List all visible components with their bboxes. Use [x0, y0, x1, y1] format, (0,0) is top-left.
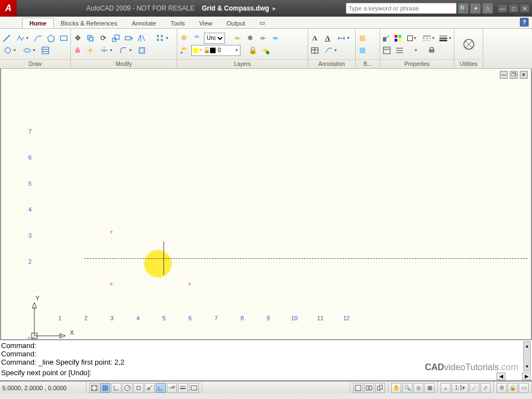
app-logo[interactable]: A	[0, 0, 17, 17]
lineweight-select[interactable]: ▼	[438, 33, 453, 44]
cmd-scroll-left[interactable]: ◀	[497, 372, 505, 380]
polar-toggle[interactable]	[122, 383, 132, 393]
fillet-tool[interactable]: ▼	[117, 45, 135, 56]
linetype-select[interactable]: ▼	[421, 33, 436, 44]
anno-scale-value[interactable]: 1:1▾	[452, 383, 468, 393]
tab-annotate[interactable]: Annotate	[125, 18, 163, 28]
hatch-tool[interactable]	[40, 45, 51, 56]
workspace-switch[interactable]: ⚙	[497, 383, 507, 393]
layer-freeze-icon[interactable]: ❄	[244, 33, 255, 44]
svg-rect-5	[42, 47, 49, 54]
layer-filter-select[interactable]: Unsa	[204, 33, 225, 44]
ellipse-tool[interactable]: ▼	[21, 45, 38, 56]
tab-collapse[interactable]: ▭	[252, 17, 272, 28]
layer-iso-icon[interactable]	[232, 33, 243, 44]
move-tool[interactable]: ✥	[72, 33, 83, 44]
array-tool[interactable]: ▼	[154, 33, 171, 44]
minimize-button[interactable]: —	[498, 4, 508, 13]
trim-tool[interactable]: ▼	[98, 45, 115, 56]
search-input[interactable]	[346, 3, 457, 14]
toolbar-lock[interactable]: 🔒	[508, 383, 518, 393]
close-button[interactable]: ✕	[520, 4, 530, 13]
cmd-scroll-right[interactable]: ▶	[522, 372, 531, 380]
command-window[interactable]: Command: Command: Command: _line Specify…	[0, 339, 532, 381]
tab-blocks[interactable]: Blocks & References	[54, 18, 125, 28]
match-properties-icon[interactable]	[381, 33, 391, 44]
layer-lock-icon[interactable]: 🔒	[247, 45, 258, 56]
layer-prev-icon[interactable]	[178, 45, 190, 56]
quick-view-layouts[interactable]	[364, 383, 374, 393]
title-bar: A AutoCAD 2009 - NOT FOR RESALE Grid & C…	[0, 0, 532, 17]
polygon-tool[interactable]	[45, 33, 57, 44]
leader-tool[interactable]: ▼	[322, 45, 340, 56]
scale-tool[interactable]	[110, 33, 121, 44]
cmd-scrollbar[interactable]: ▲ ▼	[523, 341, 531, 371]
polyline-tool[interactable]: ▼	[14, 33, 32, 44]
layer-states-icon[interactable]	[191, 33, 202, 44]
offset-tool[interactable]	[136, 45, 147, 56]
pan-tool[interactable]: ✋	[391, 383, 401, 393]
plotstyle-select[interactable]: ▼	[407, 45, 424, 56]
anno-autoscale[interactable]: ⤢	[480, 383, 490, 393]
steering-wheel[interactable]: ◎	[413, 383, 423, 393]
circle-tool[interactable]: ▼	[1, 45, 19, 56]
ducs-toggle[interactable]	[156, 383, 166, 393]
anno-visibility[interactable]: ☄	[469, 383, 479, 393]
layer-match-icon[interactable]	[270, 33, 281, 44]
help-icon[interactable]: ?	[520, 18, 529, 27]
dyn-toggle[interactable]	[167, 383, 177, 393]
svg-rect-13	[157, 35, 159, 37]
color-select[interactable]	[393, 33, 403, 44]
lwt-toggle[interactable]	[178, 383, 188, 393]
mtext-tool[interactable]: A	[322, 33, 333, 44]
dimension-tool[interactable]: ▼	[335, 33, 352, 44]
clean-screen[interactable]: ▭	[519, 383, 529, 393]
layer-properties-icon[interactable]	[178, 33, 190, 44]
insert-block-icon[interactable]	[357, 33, 368, 44]
create-block-icon[interactable]	[357, 45, 368, 56]
showmotion[interactable]: ▦	[424, 383, 434, 393]
tab-tools[interactable]: Tools	[163, 18, 192, 28]
rectangle-tool[interactable]	[58, 33, 69, 44]
tab-output[interactable]: Output	[219, 18, 252, 28]
osnap-toggle[interactable]	[134, 383, 144, 393]
stretch-tool[interactable]	[123, 33, 134, 44]
layer-make-current-icon[interactable]	[260, 45, 271, 56]
zoom-tool[interactable]: 🔍	[402, 383, 412, 393]
status-coords[interactable]: 5.0000, 2.0000 , 0.0000	[0, 382, 86, 393]
print-icon[interactable]	[426, 45, 437, 56]
svg-rect-36	[398, 39, 401, 42]
line-tool[interactable]	[1, 33, 12, 44]
infocenter-icon[interactable]: ✦	[470, 3, 481, 14]
list-icon[interactable]	[394, 45, 405, 56]
rotate-tool[interactable]: ⟳	[98, 33, 109, 44]
status-nav-controls: ✋ 🔍 ◎ ▦	[388, 382, 438, 393]
status-tray: ⚙ 🔒 ▭	[494, 382, 532, 393]
snap-toggle[interactable]	[89, 383, 99, 393]
bylayer-color[interactable]: ▼	[405, 33, 420, 44]
properties-palette-icon[interactable]	[381, 45, 392, 56]
arc-tool[interactable]	[33, 33, 44, 44]
grid-toggle[interactable]	[100, 383, 110, 393]
ortho-toggle[interactable]	[111, 383, 121, 393]
layer-off-icon[interactable]	[257, 33, 268, 44]
favorites-icon[interactable]: ☆	[482, 3, 493, 14]
anno-scale-icon[interactable]: ⟁	[441, 383, 451, 393]
tab-view[interactable]: View	[192, 18, 219, 28]
model-space-toggle[interactable]	[353, 383, 363, 393]
layer-current-select[interactable]: ☀ 🔓 0 ▼	[191, 45, 241, 56]
mirror-tool[interactable]	[136, 33, 147, 44]
search-go-icon[interactable]: 🔍	[458, 3, 469, 14]
tab-home[interactable]: Home	[22, 18, 54, 28]
otrack-toggle[interactable]	[145, 383, 155, 393]
maximize-button[interactable]: □	[509, 4, 519, 13]
utilities-measure-icon[interactable]	[459, 36, 478, 53]
erase-tool[interactable]	[72, 45, 83, 56]
quick-view-drawings[interactable]	[375, 383, 385, 393]
drawing-area[interactable]: — ❐ ✕ 2 3 4 5 6 7 1 2 3 4 5 6 7 8 9 10 1…	[0, 69, 532, 339]
qp-toggle[interactable]	[189, 383, 199, 393]
copy-tool[interactable]	[85, 33, 96, 44]
table-tool[interactable]	[309, 45, 320, 56]
explode-tool[interactable]	[85, 45, 96, 56]
text-tool[interactable]: A	[309, 33, 320, 44]
